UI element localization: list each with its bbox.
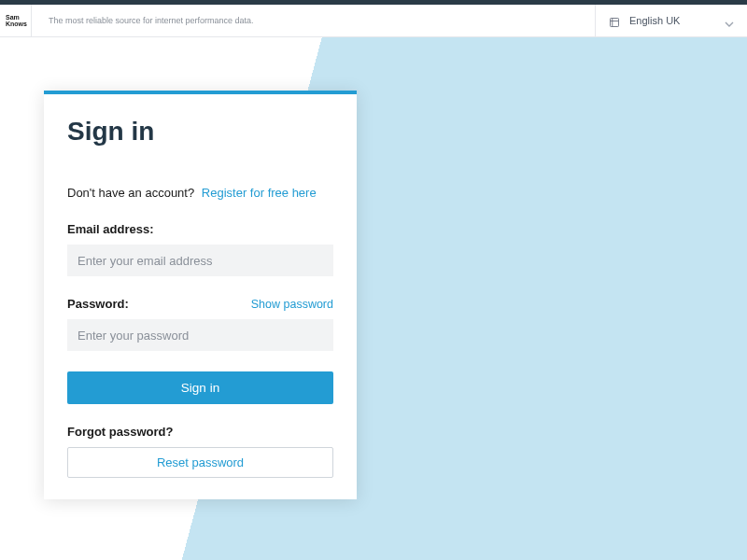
email-field[interactable] [67, 245, 333, 276]
register-prompt: Don't have an account? Register for free… [67, 186, 333, 200]
logo[interactable]: Sam Knows [0, 5, 32, 36]
chevron-down-icon [725, 16, 734, 25]
password-field[interactable] [67, 319, 333, 351]
language-selector[interactable]: English UK [595, 5, 747, 36]
tagline: The most reliable source for internet pe… [32, 16, 595, 25]
top-bar [0, 0, 747, 5]
password-label: Password: [67, 297, 129, 311]
signin-card: Sign in Don't have an account? Register … [44, 91, 357, 499]
show-password-toggle[interactable]: Show password [251, 298, 333, 311]
svg-rect-0 [611, 19, 619, 27]
logo-text: Sam Knows [6, 14, 27, 27]
signin-button[interactable]: Sign in [67, 371, 333, 404]
header: Sam Knows The most reliable source for i… [0, 5, 747, 37]
email-label: Email address: [67, 222, 333, 236]
no-account-text: Don't have an account? [67, 186, 194, 200]
forgot-password-label: Forgot password? [67, 425, 333, 439]
globe-icon [609, 15, 620, 26]
register-link[interactable]: Register for free here [202, 186, 317, 200]
language-label: English UK [629, 15, 715, 26]
page-title: Sign in [67, 117, 333, 147]
reset-password-button[interactable]: Reset password [67, 447, 333, 478]
